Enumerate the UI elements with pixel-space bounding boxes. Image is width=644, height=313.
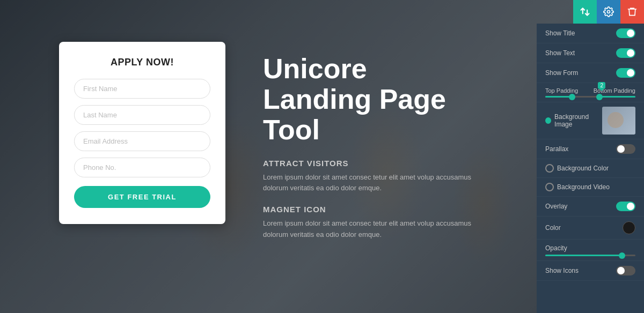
form-card: APPLY NOW! GET FREE TRIAL	[59, 42, 225, 224]
toggle-knob	[627, 203, 634, 210]
show-icons-row: Show Icons	[537, 261, 644, 281]
show-icons-label: Show Icons	[545, 267, 579, 274]
settings-panel: Show Title Show Text Show Form Top Paddi…	[537, 24, 644, 313]
section2-text: Lorem ipsum dolor sit amet consec tetur …	[263, 218, 494, 241]
color-row: Color	[537, 217, 644, 240]
show-title-label: Show Title	[545, 29, 575, 37]
bg-image-radio[interactable]	[545, 117, 551, 124]
show-title-toggle[interactable]	[616, 28, 635, 38]
settings-button[interactable]	[597, 0, 620, 24]
show-text-label: Show Text	[545, 49, 575, 57]
top-toolbar	[573, 0, 644, 24]
parallax-label: Parallax	[545, 145, 568, 153]
top-padding-thumb[interactable]	[569, 94, 575, 100]
bg-image-thumbnail[interactable]	[602, 107, 635, 135]
transfer-button[interactable]	[573, 0, 597, 24]
show-form-row: Show Form	[537, 63, 644, 83]
bg-image-label: Background Image	[554, 113, 602, 128]
transfer-icon	[580, 6, 590, 17]
top-padding-label: Top Padding	[545, 87, 578, 94]
overlay-row: Overlay	[537, 197, 644, 217]
section2-title: MAGNET ICON	[263, 205, 494, 214]
section1-title: ATTRACT VISITORS	[263, 159, 494, 168]
show-text-row: Show Text	[537, 43, 644, 63]
color-label: Color	[545, 224, 561, 232]
background-color-label: Background Color	[557, 165, 609, 172]
toggle-knob	[617, 145, 625, 153]
opacity-thumb[interactable]	[619, 252, 625, 259]
color-swatch[interactable]	[623, 221, 635, 234]
opacity-label: Opacity	[545, 244, 567, 252]
trash-icon	[627, 6, 638, 17]
toggle-knob	[627, 69, 634, 77]
overlay-toggle[interactable]	[616, 202, 635, 211]
toggle-knob	[627, 29, 634, 37]
toggle-knob	[627, 49, 634, 57]
overlay-label: Overlay	[545, 203, 567, 210]
background-video-row: Background Video	[537, 178, 644, 197]
background-video-label: Background Video	[557, 183, 610, 191]
background-image-section: Background Image	[537, 102, 644, 139]
submit-button[interactable]: GET FREE TRIAL	[74, 186, 210, 208]
padding-labels: Top Padding Bottom Padding	[545, 87, 635, 94]
bottom-padding-thumb[interactable]: 2	[596, 94, 603, 100]
hero-title: Unicore Landing Page Tool	[263, 54, 494, 146]
email-input[interactable]	[74, 131, 210, 151]
delete-button[interactable]	[620, 0, 644, 24]
padding-section: Top Padding Bottom Padding 2	[537, 83, 644, 102]
show-icons-toggle[interactable]	[616, 266, 635, 275]
form-title: APPLY NOW!	[74, 57, 210, 68]
background-color-row: Background Color	[537, 159, 644, 178]
hero-content: Unicore Landing Page Tool ATTRACT VISITO…	[263, 54, 494, 251]
section1-text: Lorem ipsum dolor sit amet consec tetur …	[263, 172, 494, 195]
phone-input[interactable]	[74, 158, 210, 177]
parallax-row: Parallax	[537, 139, 644, 159]
padding-slider-track[interactable]: 2	[545, 96, 635, 98]
toggle-knob	[617, 267, 625, 274]
opacity-section: Opacity	[537, 240, 644, 261]
show-form-toggle[interactable]	[616, 68, 635, 78]
show-form-label: Show Form	[545, 69, 578, 77]
show-text-toggle[interactable]	[616, 48, 635, 58]
parallax-toggle[interactable]	[616, 144, 635, 154]
bg-image-row: Background Image	[545, 107, 635, 135]
gear-icon	[603, 6, 614, 17]
slider-badge: 2	[598, 82, 605, 89]
slider-fill-right	[599, 96, 635, 98]
last-name-input[interactable]	[74, 105, 210, 125]
background-color-radio[interactable]	[545, 164, 554, 173]
background-video-radio[interactable]	[545, 183, 554, 191]
first-name-input[interactable]	[74, 79, 210, 99]
slider-fill-left	[545, 96, 572, 98]
opacity-fill	[545, 255, 622, 256]
opacity-slider-track[interactable]	[545, 255, 635, 256]
show-title-row: Show Title	[537, 24, 644, 43]
